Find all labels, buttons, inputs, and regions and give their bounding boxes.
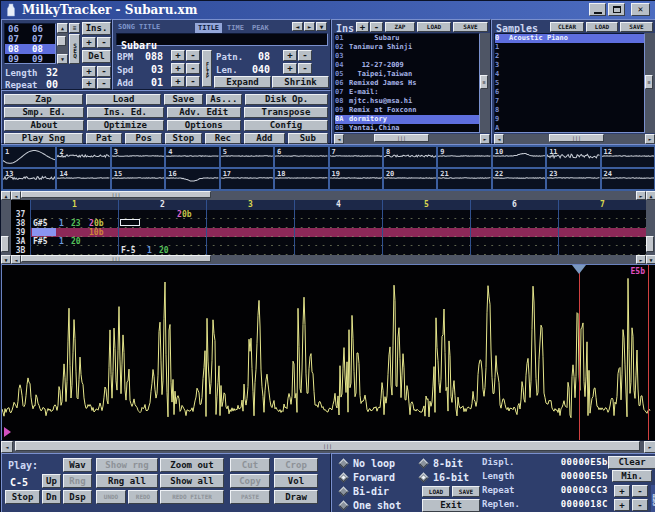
order-row[interactable]: 0909 xyxy=(5,54,55,64)
list-item[interactable]: 02Tanimura Shinji xyxy=(335,43,479,52)
pattern-cell[interactable] xyxy=(558,246,646,255)
order-menu-button[interactable]: ≡ xyxy=(69,23,80,33)
pattern-scroll-left-icon[interactable]: ◄ xyxy=(11,255,21,264)
menu-button-add[interactable]: Add xyxy=(244,133,284,144)
play-dsp-button[interactable]: Dsp xyxy=(63,490,92,504)
pattern-cell[interactable] xyxy=(558,210,646,219)
list-item[interactable]: 6 xyxy=(495,88,644,97)
pattern-cell[interactable] xyxy=(558,228,646,237)
menu-button-disk-op[interactable]: Disk Op. xyxy=(245,94,328,105)
pattern-cell[interactable] xyxy=(470,237,558,246)
pattern-cell[interactable] xyxy=(382,246,470,255)
pattern-cell[interactable]: 20b xyxy=(118,210,206,219)
scroll-thumb[interactable]: ≡ xyxy=(645,75,653,89)
prev-pattern-button[interactable]: - xyxy=(97,37,111,48)
titlebar[interactable]: MilkyTracker - Subaru.xm ✕ xyxy=(1,1,655,19)
loop-option-bi-dir[interactable]: Bi-dir xyxy=(340,486,389,497)
loop-marker-handle-icon[interactable] xyxy=(572,265,586,274)
list-item[interactable]: 0Adormitory xyxy=(335,115,479,124)
pattern-channel-header-1[interactable]: 1 xyxy=(30,200,118,210)
pattern-cell[interactable] xyxy=(470,219,558,228)
list-item[interactable]: 06Remixed James Hs xyxy=(335,79,479,88)
scroll-left-icon[interactable]: ◄ xyxy=(494,134,504,144)
list-item[interactable]: 07E-mail: xyxy=(335,88,479,97)
pattern-cell[interactable] xyxy=(294,210,382,219)
range-all-button[interactable]: Rng all xyxy=(96,474,158,488)
tab-time[interactable]: TIME xyxy=(224,23,247,33)
pattern-cell[interactable] xyxy=(206,228,294,237)
pattern-cell[interactable] xyxy=(118,219,206,228)
scroll-left-icon[interactable]: ◄ xyxy=(1,441,13,453)
list-item[interactable]: 9 xyxy=(495,115,644,124)
scroll-thumb[interactable]: ≡ xyxy=(480,75,488,89)
scope-channel-3[interactable]: 3 xyxy=(112,147,164,167)
scope-channel-24[interactable]: 24 xyxy=(602,169,654,189)
scope-channel-2[interactable]: 2 xyxy=(57,147,109,167)
add-minus-button[interactable]: - xyxy=(186,76,200,87)
pattern-cell[interactable] xyxy=(206,219,294,228)
scope-channel-16[interactable]: 16 xyxy=(166,169,218,189)
pattern-channel-header-7[interactable]: 7 xyxy=(558,200,646,210)
crop-button[interactable]: Crop xyxy=(274,458,318,472)
scope-channel-19[interactable]: 19 xyxy=(330,169,382,189)
minimize-button[interactable] xyxy=(589,3,606,16)
menu-button-about[interactable]: About xyxy=(4,120,84,131)
length-plus-button[interactable]: + xyxy=(82,66,96,77)
instrument-plus-button[interactable]: + xyxy=(356,22,369,32)
pattern-cell[interactable] xyxy=(118,228,206,237)
redo-filter-button[interactable]: REDO FILTER xyxy=(160,490,224,504)
scope-channel-17[interactable]: 17 xyxy=(221,169,273,189)
pattern-cell[interactable] xyxy=(470,228,558,237)
menu-button-stop[interactable]: Stop xyxy=(165,133,202,144)
scope-channel-14[interactable]: 14 xyxy=(57,169,109,189)
seq-button[interactable]: SEQ xyxy=(69,34,80,64)
paste-button[interactable]: PASTE xyxy=(230,490,270,504)
instrument-vscroll[interactable]: ≡ xyxy=(480,33,490,133)
list-item[interactable]: 03 xyxy=(335,52,479,61)
copy-button[interactable]: Copy xyxy=(230,474,270,488)
instrument-list[interactable]: 01 Subaru02Tanimura Shinji0304 12-27-200… xyxy=(334,33,480,133)
pattern-channel-header-3[interactable]: 3 xyxy=(206,200,294,210)
pattern-channel-header-2[interactable]: 2 xyxy=(118,200,206,210)
bit-option-8-bit[interactable]: 8-bit xyxy=(420,458,463,469)
pattern-cell[interactable]: F#5120 xyxy=(30,237,118,246)
volume-button[interactable]: Vol xyxy=(274,474,318,488)
length-minus-button[interactable]: - xyxy=(97,66,111,77)
menu-button-sub[interactable]: Sub xyxy=(288,133,328,144)
pattern-scroll-up-icon[interactable]: ▲ xyxy=(1,191,11,200)
scroll-thumb[interactable]: ||| xyxy=(374,134,429,142)
shrink-button[interactable]: Shrink xyxy=(272,76,329,88)
pattern-hscroll-top[interactable]: ||| xyxy=(21,191,636,200)
list-item[interactable]: 5 xyxy=(495,79,644,88)
menu-button-config[interactable]: Config xyxy=(244,120,328,131)
menu-button-as[interactable]: As... xyxy=(206,94,243,105)
sample-hscroll[interactable]: ◄ ||| ► xyxy=(494,134,655,144)
exit-button[interactable]: Exit xyxy=(422,499,480,512)
pattern-scroll-down-icon[interactable]: ▼ xyxy=(1,255,11,264)
pattern-cell[interactable] xyxy=(382,228,470,237)
redo-button[interactable]: REDO xyxy=(128,490,158,504)
expand-button[interactable]: Expand xyxy=(214,76,271,88)
scope-channel-20[interactable]: 20 xyxy=(384,169,436,189)
bpm-minus-button[interactable]: - xyxy=(186,50,200,61)
menu-button-rec[interactable]: Rec xyxy=(205,133,242,144)
tab-peak[interactable]: PEAK xyxy=(249,23,272,33)
show-all-button[interactable]: Show all xyxy=(160,474,224,488)
sample-vscroll[interactable]: ≡ xyxy=(645,33,655,133)
instrument-zap-button[interactable]: ZAP xyxy=(385,22,415,32)
pattern-cell[interactable] xyxy=(558,219,646,228)
order-row[interactable]: 0808 xyxy=(5,44,55,54)
scroll-thumb[interactable]: ||| xyxy=(549,134,604,142)
scroll-right-icon[interactable]: ► xyxy=(645,134,655,144)
instrument-save-button[interactable]: SAVE xyxy=(453,22,488,32)
pattern-cell[interactable] xyxy=(382,210,470,219)
scroll-thumb[interactable]: ||| xyxy=(21,255,211,262)
repeat-plus-button[interactable]: + xyxy=(82,78,96,89)
list-item[interactable]: 01 Subaru xyxy=(335,34,479,43)
draw-button[interactable]: Draw xyxy=(274,490,318,504)
pattern-cell[interactable] xyxy=(206,210,294,219)
pattern-cell[interactable] xyxy=(470,210,558,219)
tab-title[interactable]: TITLE xyxy=(195,23,222,33)
minimize-sample-button[interactable]: Min. xyxy=(612,470,652,482)
menu-button-transpose[interactable]: Transpose xyxy=(244,107,328,118)
